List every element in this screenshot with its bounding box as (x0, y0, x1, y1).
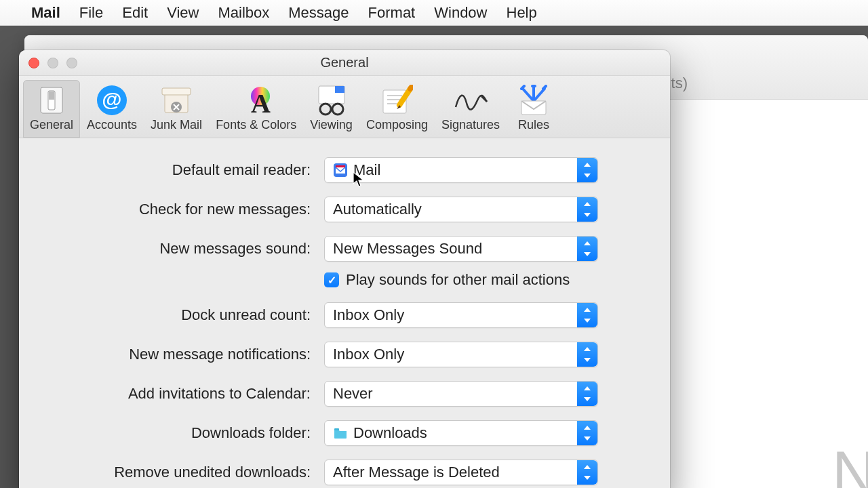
label-check-messages: Check for new messages: (46, 201, 311, 218)
tab-general[interactable]: General (23, 80, 80, 138)
window-minimize-button[interactable] (47, 58, 58, 68)
app-menu[interactable]: Mail (31, 4, 60, 22)
checkbox-label: Play sounds for other mail actions (346, 271, 570, 289)
dropdown-stepper[interactable] (577, 342, 597, 367)
window-zoom-button[interactable] (66, 58, 77, 68)
dropdown-stepper[interactable] (577, 421, 597, 445)
menu-mailbox[interactable]: Mailbox (218, 4, 269, 22)
toolbar-text-fragment: ts) (671, 75, 688, 92)
signatures-icon (453, 84, 488, 117)
tab-accounts[interactable]: @ Accounts (80, 80, 144, 138)
tab-junk-mail[interactable]: Junk Mail (144, 80, 209, 138)
svg-rect-18 (336, 165, 345, 167)
tab-label: Rules (518, 118, 549, 132)
tab-label: Viewing (310, 118, 353, 132)
svg-text:@: @ (102, 88, 121, 110)
select-calendar-invites[interactable]: Never (324, 381, 598, 407)
svg-rect-2 (49, 92, 54, 100)
general-form: Default email reader: Mail Check for new… (19, 138, 670, 488)
tab-fonts-colors[interactable]: A Fonts & Colors (209, 80, 303, 138)
preferences-tabs: General @ Accounts Junk Mail A Fonts & C… (19, 76, 670, 138)
svg-rect-19 (334, 428, 339, 430)
svg-rect-11 (335, 86, 344, 93)
select-check-messages[interactable]: Automatically (324, 197, 598, 222)
menu-view[interactable]: View (167, 4, 199, 22)
tab-rules[interactable]: Rules (507, 80, 561, 138)
select-new-msg-sound[interactable]: New Messages Sound (324, 236, 598, 262)
fonts-icon: A (239, 84, 274, 117)
macos-menubar: Mail File Edit View Mailbox Message Form… (0, 0, 868, 26)
menu-file[interactable]: File (79, 4, 103, 22)
select-value: Never (333, 385, 373, 403)
checkbox-play-sounds[interactable]: ✓ (324, 272, 339, 287)
tab-label: Signatures (441, 118, 500, 132)
tab-label: Composing (366, 118, 428, 132)
dropdown-stepper[interactable] (577, 303, 597, 327)
preferences-window: General General @ Accounts Junk Mail (19, 50, 670, 488)
label-default-reader: Default email reader: (46, 161, 311, 179)
menu-message[interactable]: Message (288, 4, 349, 22)
switch-icon (34, 84, 69, 117)
junk-icon (159, 84, 194, 117)
tab-label: General (30, 118, 73, 132)
window-title: General (320, 55, 368, 70)
label-new-msg-sound: New messages sound: (46, 240, 311, 258)
label-notifications: New message notifications: (46, 346, 311, 363)
tab-label: Fonts & Colors (216, 118, 296, 132)
viewing-icon (314, 84, 349, 117)
menu-format[interactable]: Format (368, 4, 416, 22)
placeholder-fragment: N (832, 439, 868, 488)
select-value: Inbox Only (333, 346, 404, 363)
menu-window[interactable]: Window (434, 4, 487, 22)
menu-help[interactable]: Help (507, 4, 537, 22)
svg-text:A: A (251, 88, 271, 115)
label-downloads-folder: Downloads folder: (46, 424, 311, 442)
tab-viewing[interactable]: Viewing (303, 80, 359, 138)
label-dock-unread: Dock unread count: (46, 306, 311, 324)
select-notifications[interactable]: Inbox Only (324, 342, 598, 367)
select-value: Automatically (333, 201, 422, 218)
mail-app-icon (333, 163, 348, 178)
svg-point-12 (320, 104, 331, 115)
menu-edit[interactable]: Edit (122, 4, 148, 22)
window-titlebar[interactable]: General (19, 50, 670, 76)
select-default-reader[interactable]: Mail (324, 157, 598, 183)
dropdown-stepper[interactable] (577, 158, 597, 182)
select-value: Inbox Only (333, 306, 404, 324)
dropdown-stepper[interactable] (577, 460, 597, 485)
tab-signatures[interactable]: Signatures (435, 80, 507, 138)
rules-icon (516, 84, 551, 117)
dropdown-stepper[interactable] (577, 237, 597, 261)
label-remove-downloads: Remove unedited downloads: (46, 464, 311, 481)
label-calendar-invites: Add invitations to Calendar: (46, 385, 311, 403)
select-value: New Messages Sound (333, 240, 482, 258)
dropdown-stepper[interactable] (577, 197, 597, 222)
tab-label: Accounts (87, 118, 137, 132)
select-remove-downloads[interactable]: After Message is Deleted (324, 460, 598, 485)
select-downloads-folder[interactable]: Downloads (324, 420, 598, 446)
window-close-button[interactable] (28, 58, 39, 68)
select-value: Mail (353, 161, 380, 179)
at-icon: @ (94, 84, 130, 117)
select-dock-unread[interactable]: Inbox Only (324, 302, 598, 328)
select-value: After Message is Deleted (333, 464, 500, 481)
tab-label: Junk Mail (151, 118, 202, 132)
tab-composing[interactable]: Composing (359, 80, 435, 138)
dropdown-stepper[interactable] (577, 382, 597, 406)
svg-point-13 (332, 104, 343, 115)
folder-icon (333, 426, 348, 441)
svg-rect-6 (162, 88, 191, 95)
select-value: Downloads (353, 424, 427, 442)
composing-icon (379, 84, 414, 117)
